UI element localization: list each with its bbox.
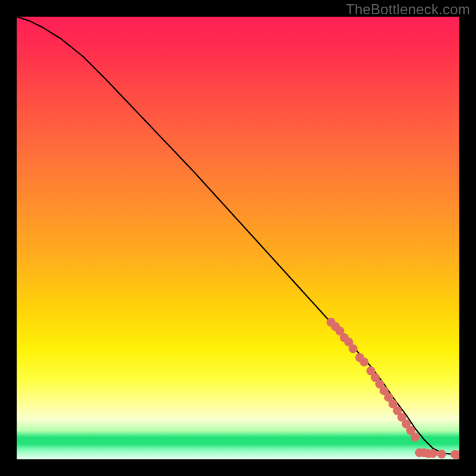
bottleneck-curve-svg: [17, 17, 459, 459]
watermark-text: TheBottleneck.com: [346, 1, 470, 18]
knee-marker-dot: [349, 345, 358, 353]
knee-marker-dot: [411, 433, 419, 441]
knee-markers-group: [327, 318, 459, 459]
plot-area: [17, 17, 459, 459]
knee-marker-dot: [360, 358, 369, 367]
knee-marker-dot: [437, 450, 446, 459]
knee-marker-dot: [428, 449, 437, 458]
chart-frame: TheBottleneck.com: [0, 0, 476, 476]
bottleneck-curve-line: [17, 17, 459, 455]
